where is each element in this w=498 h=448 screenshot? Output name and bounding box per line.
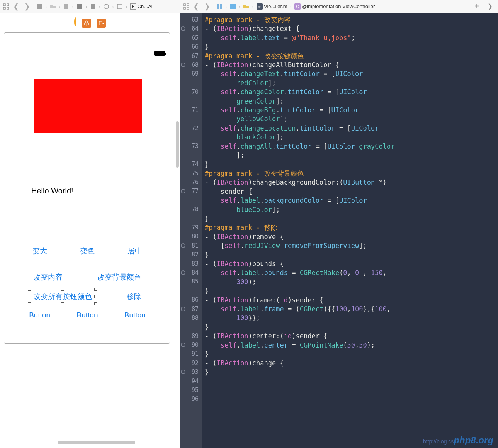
horizontal-scrollbar[interactable] bbox=[58, 441, 135, 444]
related-items-icon[interactable] bbox=[2, 3, 10, 10]
editor-pane: ❮ ❯ › › › m Vie...ller.m › C @implementa… bbox=[180, 0, 498, 448]
svg-rect-9 bbox=[117, 4, 122, 9]
button-row-2: 改变内容 改变背景颜色 bbox=[16, 271, 159, 284]
svg-point-8 bbox=[104, 4, 109, 9]
chevron-right-icon: › bbox=[225, 3, 228, 10]
crumb-view[interactable] bbox=[116, 3, 124, 10]
crumb-counterparts[interactable] bbox=[216, 3, 223, 10]
code-editor[interactable]: 6364656667686970717273747576777879808182… bbox=[180, 13, 498, 448]
red-uiview[interactable] bbox=[34, 79, 142, 133]
battery-icon bbox=[154, 51, 165, 56]
overflow-arrow-icon[interactable]: ❯ bbox=[484, 3, 496, 10]
add-tab-icon[interactable]: + bbox=[471, 2, 483, 11]
chevron-right-icon: › bbox=[85, 3, 88, 10]
code-area[interactable]: #pragma mark - 改变内容- (IBAction)changetex… bbox=[202, 13, 498, 448]
button-row-4: Button Button Button bbox=[16, 309, 159, 321]
button-grid: 变大 变色 居中 改变内容 改变背景颜色 改变所有按钮颜色 bbox=[16, 244, 159, 334]
btn-change-all-selected[interactable]: 改变所有按钮颜色 bbox=[30, 290, 95, 303]
nav-arrows: ❮ ❯ bbox=[12, 2, 32, 11]
svg-rect-10 bbox=[99, 21, 102, 25]
nav-arrows: ❮ ❯ bbox=[192, 2, 212, 11]
btn-change-text[interactable]: 改变内容 bbox=[30, 271, 66, 284]
chevron-right-icon: › bbox=[99, 3, 101, 10]
btn-generic-2[interactable]: Button bbox=[74, 309, 101, 321]
related-items-icon[interactable] bbox=[182, 3, 190, 10]
vc-dock-icon[interactable] bbox=[74, 19, 76, 28]
crumb-storyboard[interactable] bbox=[76, 3, 83, 10]
svg-rect-5 bbox=[64, 4, 68, 9]
crumb-button-label: Ch...All bbox=[138, 3, 154, 9]
button-row-3: 改变所有按钮颜色 移除 bbox=[16, 290, 159, 303]
crumb-file-label: Vie...ller.m bbox=[264, 3, 287, 9]
exit-icon[interactable] bbox=[97, 19, 106, 28]
btn-generic-1[interactable]: Button bbox=[26, 309, 53, 321]
crumb-symbol[interactable]: C @implementation ViewController bbox=[294, 3, 376, 10]
chevron-right-icon: › bbox=[289, 3, 292, 10]
svg-rect-13 bbox=[184, 7, 185, 9]
btn-enlarge[interactable]: 变大 bbox=[29, 244, 50, 258]
svg-rect-4 bbox=[37, 4, 42, 9]
chevron-right-icon: › bbox=[112, 3, 114, 10]
svg-rect-17 bbox=[230, 4, 236, 9]
svg-rect-7 bbox=[91, 4, 95, 9]
button-row-1: 变大 变色 居中 bbox=[16, 244, 159, 258]
interface-builder-pane: ❮ ❯ › › › › › › › B Ch...All Hello World bbox=[0, 0, 180, 448]
svg-rect-0 bbox=[3, 4, 5, 6]
btn-generic-3[interactable]: Button bbox=[121, 309, 149, 321]
vertical-scrollbar[interactable] bbox=[176, 121, 179, 168]
crumb-folder[interactable] bbox=[49, 3, 57, 10]
crumb-vc[interactable] bbox=[102, 3, 110, 10]
chevron-right-icon: › bbox=[252, 3, 254, 10]
chevron-right-icon: › bbox=[238, 3, 241, 10]
left-jump-bar: ❮ ❯ › › › › › › › B Ch...All bbox=[0, 0, 180, 13]
chevron-right-icon: › bbox=[58, 3, 61, 10]
forward-arrow-icon[interactable]: ❯ bbox=[203, 2, 212, 11]
crumb-button-b[interactable]: B Ch...All bbox=[129, 3, 155, 10]
forward-arrow-icon[interactable]: ❯ bbox=[23, 2, 32, 11]
crumb-folder[interactable] bbox=[242, 3, 250, 10]
svg-rect-12 bbox=[187, 4, 189, 6]
chevron-right-icon: › bbox=[125, 3, 128, 10]
svg-rect-16 bbox=[220, 4, 222, 9]
btn-center[interactable]: 居中 bbox=[124, 244, 145, 258]
back-arrow-icon[interactable]: ❮ bbox=[192, 2, 201, 11]
btn-remove[interactable]: 移除 bbox=[124, 290, 144, 303]
btn-change-bg[interactable]: 改变背景颜色 bbox=[94, 271, 144, 284]
device-frame: Hello World! 变大 变色 居中 改变内容 改变背景颜色 改变所有按钮… bbox=[4, 32, 170, 344]
canvas[interactable]: Hello World! 变大 变色 居中 改变内容 改变背景颜色 改变所有按钮… bbox=[0, 13, 180, 448]
svg-rect-2 bbox=[3, 7, 5, 9]
crumb-m-file[interactable]: m Vie...ller.m bbox=[256, 3, 288, 10]
crumb-image[interactable] bbox=[229, 3, 237, 10]
right-jump-bar: ❮ ❯ › › › m Vie...ller.m › C @implementa… bbox=[180, 0, 498, 13]
scene-dock bbox=[0, 19, 180, 28]
svg-rect-6 bbox=[77, 4, 82, 9]
first-responder-icon[interactable] bbox=[82, 19, 91, 28]
back-arrow-icon[interactable]: ❮ bbox=[12, 2, 20, 11]
crumb-project[interactable] bbox=[36, 3, 43, 10]
hello-world-label[interactable]: Hello World! bbox=[31, 187, 73, 195]
svg-rect-11 bbox=[184, 4, 185, 6]
svg-rect-14 bbox=[187, 7, 189, 9]
chevron-right-icon: › bbox=[71, 3, 74, 10]
line-gutter[interactable]: 6364656667686970717273747576777879808182… bbox=[180, 13, 202, 448]
svg-rect-3 bbox=[7, 7, 9, 9]
svg-rect-1 bbox=[7, 4, 9, 6]
crumb-scene[interactable] bbox=[89, 3, 97, 10]
crumb-file[interactable] bbox=[62, 3, 70, 10]
btn-change-color[interactable]: 变色 bbox=[77, 244, 98, 258]
svg-rect-15 bbox=[217, 4, 219, 9]
chevron-right-icon: › bbox=[45, 3, 48, 10]
watermark: http://blog.csphp8.org bbox=[423, 435, 493, 446]
crumb-symbol-label: @implementation ViewController bbox=[302, 3, 375, 9]
